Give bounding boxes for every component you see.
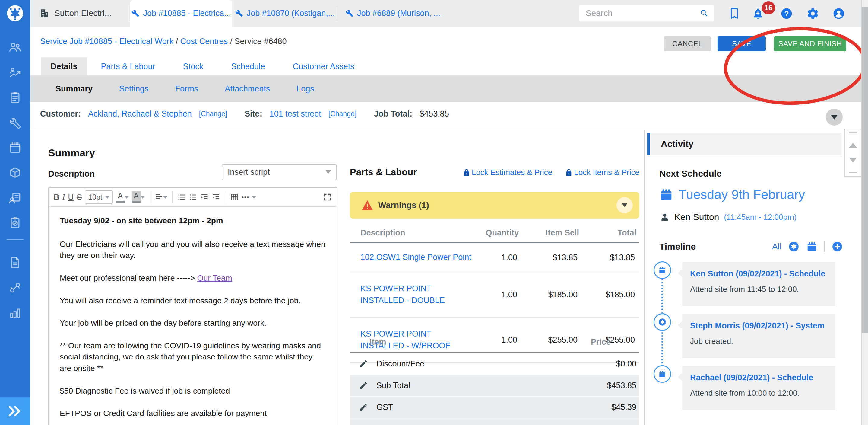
technician-time[interactable]: (11:45am - 12:00pm) <box>724 213 797 222</box>
description-text[interactable]: Tuesday 9/02 - on site between 12pm - 2p… <box>49 207 337 425</box>
scroll-bottom-line <box>849 172 857 173</box>
strikethrough-button[interactable]: S <box>76 193 82 202</box>
connections-icon[interactable] <box>8 281 22 294</box>
site-change-link[interactable]: [Change] <box>329 110 356 118</box>
timeline-entry-body: Job created. <box>690 337 828 346</box>
calendar-icon <box>659 188 673 202</box>
subtab-summary[interactable]: Summary <box>56 84 93 93</box>
search-icon[interactable] <box>700 9 714 18</box>
fullscreen-button[interactable] <box>323 193 332 202</box>
edit-pencil-icon[interactable] <box>350 381 368 390</box>
customer-change-link[interactable]: [Change] <box>199 110 227 118</box>
lock-items-link[interactable]: Lock Items & Price <box>565 168 640 177</box>
bullet-list-button[interactable] <box>177 193 186 201</box>
chevron-down-icon <box>105 196 110 199</box>
our-team-link[interactable]: Our Team <box>197 274 232 283</box>
align-button[interactable] <box>155 193 167 201</box>
lock-estimates-link[interactable]: Lock Estimates & Price <box>463 168 552 177</box>
more-tools-button[interactable]: ••• <box>242 193 256 201</box>
simpro-logo[interactable] <box>0 0 30 27</box>
subtab-forms[interactable]: Forms <box>175 84 198 93</box>
insert-script-select[interactable]: Insert script <box>222 164 337 180</box>
next-schedule-date[interactable]: Tuesday 9th February <box>659 187 805 202</box>
jobs-wrench-icon[interactable] <box>8 116 22 129</box>
customer-name-link[interactable]: Ackland, Rachael & Stephen <box>88 109 192 119</box>
highlight-color-a: A <box>132 191 141 203</box>
cancel-button[interactable]: CANCEL <box>664 36 711 51</box>
panel-scroll-widget[interactable] <box>844 129 861 177</box>
totals-row-gst: GST $45.39 <box>350 397 640 418</box>
outdent-button[interactable] <box>212 193 220 201</box>
person-icon <box>660 212 670 222</box>
tab-schedule[interactable]: Schedule <box>217 57 279 76</box>
calendar-filter-icon[interactable] <box>806 241 818 252</box>
projects-clipboard-check-icon[interactable] <box>8 216 22 229</box>
tab-job-10870[interactable]: Job #10870 (Kostigan,... <box>234 0 336 27</box>
timeline-node-schedule <box>654 261 671 279</box>
timeline-entry-title[interactable]: Ken Sutton (09/02/2021) - Schedule <box>690 269 828 279</box>
user-account-icon[interactable] <box>832 7 846 21</box>
scroll-down-arrow-icon[interactable] <box>849 158 857 163</box>
bookmark-icon[interactable] <box>727 7 741 21</box>
subtab-settings[interactable]: Settings <box>119 84 149 93</box>
sidebar-expand-button[interactable] <box>0 397 30 425</box>
scroll-up-arrow-icon[interactable] <box>849 143 857 148</box>
tab-job-6889[interactable]: Job #6889 (Murison, ... <box>336 0 450 27</box>
text-color-button[interactable]: A <box>116 191 129 203</box>
timeline-entry[interactable]: Rachael (09/02/2021) - Schedule Attend s… <box>682 366 835 410</box>
save-button[interactable]: SAVE <box>717 36 766 51</box>
customer-card-icon[interactable] <box>8 191 22 204</box>
insert-table-button[interactable] <box>230 193 239 201</box>
edit-pencil-icon[interactable] <box>350 403 368 412</box>
tab-company-label: Sutton Electri... <box>54 8 112 18</box>
underline-button[interactable]: U <box>68 193 73 202</box>
italic-button[interactable]: I <box>62 193 65 202</box>
toolbar-separator <box>172 191 173 203</box>
part-item-link[interactable]: 102.OSW1 Single Power Point <box>361 253 471 262</box>
totals-price: $45.39 <box>611 403 640 412</box>
part-item-link[interactable]: KS POWER POINT INSTALLED - DOUBLE <box>361 284 445 305</box>
timeline-entry[interactable]: Steph Morris (09/02/2021) - System Job c… <box>682 314 835 358</box>
totals-table-header: Item Price <box>350 332 640 353</box>
tab-customer-assets[interactable]: Customer Assets <box>279 57 368 76</box>
tab-stock[interactable]: Stock <box>169 57 217 76</box>
breadcrumb-job-link[interactable]: Service Job #10885 - Electrical Work <box>40 37 174 46</box>
subtab-attachments[interactable]: Attachments <box>225 84 270 93</box>
schedule-calendar-icon[interactable] <box>8 141 22 154</box>
reports-bar-chart-icon[interactable] <box>8 306 22 319</box>
breadcrumb-cost-centres-link[interactable]: Cost Centres <box>180 37 228 46</box>
page-scrollbar-thumb[interactable] <box>862 7 868 333</box>
site-name-link[interactable]: 101 test street <box>270 109 321 119</box>
timeline-entry[interactable]: Ken Sutton (09/02/2021) - Schedule Atten… <box>682 262 835 306</box>
tasks-clipboard-icon[interactable] <box>8 91 22 104</box>
tab-parts-labour[interactable]: Parts & Labour <box>87 57 169 76</box>
add-timeline-note-icon[interactable] <box>832 241 843 252</box>
collapse-header-button[interactable] <box>826 109 843 125</box>
documents-icon[interactable] <box>8 256 22 269</box>
font-size-select[interactable]: 10pt <box>85 191 113 204</box>
tab-job-10885[interactable]: Job #10885 - Electrica... <box>130 0 232 27</box>
save-and-finish-button[interactable]: SAVE AND FINISH <box>774 36 846 51</box>
people-icon[interactable] <box>8 41 22 54</box>
totals-price: $0.00 <box>616 359 640 369</box>
highlight-color-button[interactable]: A <box>132 191 145 203</box>
warnings-expand-button[interactable] <box>617 197 633 214</box>
totals-row-subtotal: Sub Total $453.85 <box>350 375 640 397</box>
materials-box-icon[interactable] <box>8 166 22 179</box>
tab-company[interactable]: Sutton Electri... <box>39 0 112 27</box>
bold-button[interactable]: B <box>54 193 59 202</box>
indent-button[interactable] <box>200 193 209 201</box>
simpro-filter-icon[interactable] <box>788 241 800 252</box>
leads-icon[interactable] <box>8 66 22 79</box>
tab-details[interactable]: Details <box>41 57 87 76</box>
timeline-filter-all[interactable]: All <box>772 242 781 251</box>
subtab-logs[interactable]: Logs <box>297 84 314 93</box>
search-input[interactable] <box>579 8 700 18</box>
warnings-banner[interactable]: Warnings (1) <box>350 192 640 219</box>
edit-pencil-icon[interactable] <box>350 359 368 368</box>
timeline-entry-title[interactable]: Rachael (09/02/2021) - Schedule <box>690 373 828 382</box>
help-icon[interactable]: ? <box>780 7 794 21</box>
timeline-entry-title[interactable]: Steph Morris (09/02/2021) - System <box>690 321 828 331</box>
numbered-list-button[interactable] <box>189 193 197 201</box>
gear-icon[interactable] <box>806 7 820 21</box>
